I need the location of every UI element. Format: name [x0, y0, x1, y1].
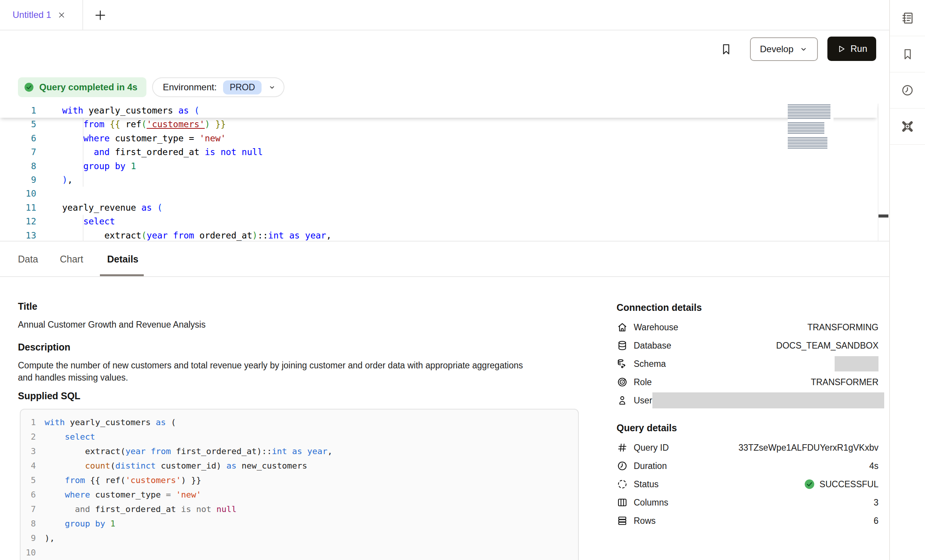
line-number: 10	[21, 546, 36, 560]
new-tab-button[interactable]	[92, 6, 109, 24]
field-label: Database	[634, 341, 671, 351]
close-icon[interactable]	[57, 11, 66, 19]
play-icon	[836, 44, 846, 54]
redacted-value	[652, 392, 884, 408]
supplied-sql-lines: 1with yearly_customers as (2 select3 ext…	[21, 415, 578, 560]
line-number: 1	[21, 415, 36, 430]
line-number: 13	[0, 229, 36, 242]
line-code: select	[62, 214, 115, 228]
line-code: with yearly_customers as (	[62, 104, 199, 117]
sql-line-9: 9),	[21, 531, 578, 546]
field-value: 3	[874, 498, 878, 508]
line-number: 10	[0, 187, 36, 200]
history-icon	[901, 83, 914, 97]
minimap-block	[788, 104, 830, 119]
tab-chart[interactable]: Chart	[60, 242, 83, 276]
tab-untitled-1[interactable]: Untitled 1	[0, 0, 83, 30]
connection-row-schema: Schema	[617, 357, 878, 371]
user-icon	[617, 395, 628, 406]
field-label: Duration	[634, 461, 667, 471]
editor-scrollbar-thumb[interactable]	[878, 214, 888, 218]
editor-scrollbar-track[interactable]	[878, 104, 878, 241]
tab-details[interactable]: Details	[107, 242, 138, 276]
line-code: with yearly_customers as (	[45, 415, 176, 430]
editor-line-7: 7 and first_ordered_at is not null	[0, 145, 877, 159]
indent-guide	[83, 215, 84, 242]
clock-icon	[617, 460, 628, 472]
line-number: 2	[21, 430, 36, 444]
app-window: Untitled 1 Develop Run Query completed i…	[0, 0, 925, 560]
connection-row-role: RoleTRANSFORMER	[617, 375, 878, 389]
redacted-value	[835, 356, 878, 371]
run-button[interactable]: Run	[827, 37, 876, 61]
line-number: 11	[0, 201, 36, 214]
line-number: 12	[0, 214, 36, 228]
sql-line-2: 2 select	[21, 430, 578, 444]
line-number: 9	[0, 173, 36, 187]
sidebar-history-button[interactable]	[890, 72, 925, 109]
editor-line-8: 8 group by 1	[0, 159, 877, 173]
sidebar-notebook-button[interactable]	[890, 0, 925, 36]
line-code: group by 1	[62, 159, 136, 173]
query-row-status: StatusSUCCESSFUL	[617, 477, 878, 491]
environment-label: Environment:	[163, 82, 217, 93]
sidebar-bookmark-button[interactable]	[890, 36, 925, 72]
line-code: from {{ ref('customers') }}	[45, 473, 201, 488]
bookmark-button[interactable]	[720, 41, 732, 57]
schema-icon	[617, 358, 628, 370]
query-row-columns: Columns3	[617, 496, 878, 509]
line-code: group by 1	[45, 517, 115, 531]
connection-row-database: DatabaseDOCS_TEAM_SANDBOX	[617, 339, 878, 352]
sidebar-lineage-button[interactable]	[890, 109, 925, 145]
query-row-duration: Duration4s	[617, 459, 878, 473]
develop-dropdown[interactable]: Develop	[750, 37, 818, 61]
field-label: User	[634, 395, 652, 406]
query-status-text: Query completed in 4s	[39, 82, 137, 93]
title-heading: Title	[18, 301, 37, 312]
editor-line-5: 5 from {{ ref('customers') }}	[0, 117, 877, 131]
lineage-icon	[900, 119, 915, 134]
chevron-down-icon	[268, 83, 276, 91]
line-code: ),	[45, 531, 55, 546]
editor-line-13: 13 extract(year from ordered_at)::int as…	[0, 229, 877, 242]
tab-data[interactable]: Data	[18, 242, 38, 276]
line-code: where customer_type = 'new'	[45, 488, 201, 502]
editor-line-11: 11yearly_revenue as (	[0, 201, 877, 214]
sql-line-4: 4 count(distinct customer_id) as new_cus…	[21, 459, 578, 473]
run-label: Run	[850, 43, 867, 54]
editor-line-1: 1with yearly_customers as (	[0, 104, 877, 118]
line-number: 7	[0, 145, 36, 159]
sql-editor[interactable]: 1with yearly_customers as (5 from {{ ref…	[0, 104, 890, 242]
field-value: TRANSFORMER	[811, 377, 878, 387]
columns-icon	[617, 497, 628, 508]
line-code: and first_ordered_at is not null	[62, 145, 263, 159]
check-circle-icon	[24, 82, 34, 93]
environment-value-chip: PROD	[223, 80, 261, 94]
success-check-icon	[804, 478, 815, 490]
line-number: 5	[21, 473, 36, 488]
field-value: SUCCESSFUL	[804, 478, 878, 490]
spinner-icon	[617, 478, 628, 490]
environment-selector[interactable]: Environment: PROD	[152, 77, 284, 97]
line-code: extract(year from ordered_at)::int as ye…	[62, 229, 331, 242]
tab-label: Untitled 1	[13, 10, 51, 20]
connection-row-user: User	[617, 394, 878, 407]
hash-icon	[617, 442, 628, 453]
field-label: Query ID	[634, 443, 669, 453]
field-label: Warehouse	[634, 322, 678, 333]
line-code: ),	[62, 173, 73, 187]
line-number: 9	[21, 531, 36, 546]
chevron-down-icon	[799, 45, 808, 54]
database-icon	[617, 340, 628, 351]
sql-line-7: 7 and first_ordered_at is not null	[21, 502, 578, 517]
field-value: 4s	[869, 461, 878, 471]
minimap[interactable]	[788, 104, 833, 152]
line-number: 4	[21, 459, 36, 473]
line-code: select	[45, 430, 95, 444]
line-number: 8	[0, 159, 36, 173]
sql-line-3: 3 extract(year from first_ordered_at)::i…	[21, 444, 578, 459]
sql-line-10: 10	[21, 546, 578, 560]
field-label: Role	[634, 377, 652, 387]
rows-icon	[617, 515, 628, 526]
field-label: Columns	[634, 498, 668, 508]
